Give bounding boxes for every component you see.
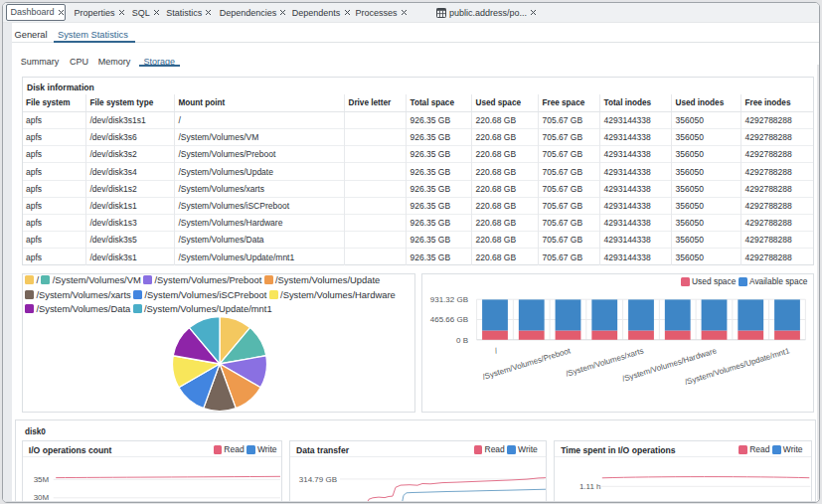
svg-text:465.66 GB: 465.66 GB bbox=[429, 315, 467, 324]
svg-text:/: / bbox=[493, 346, 499, 355]
svg-text:931.32 GB: 931.32 GB bbox=[429, 295, 467, 304]
svg-text:1.11 h: 1.11 h bbox=[579, 482, 601, 491]
svg-text:35M: 35M bbox=[33, 475, 49, 484]
svg-text:0 B: 0 B bbox=[455, 336, 467, 345]
svg-text:314.79 GB: 314.79 GB bbox=[299, 474, 337, 483]
